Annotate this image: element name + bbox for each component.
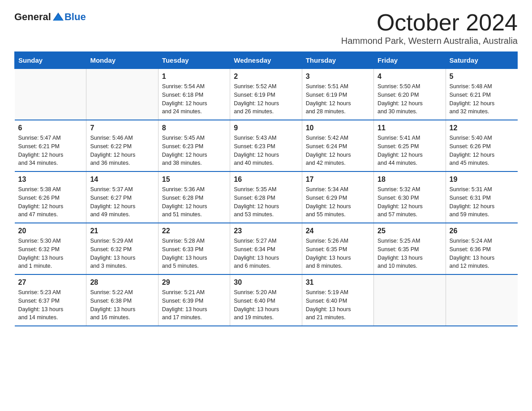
calendar-cell — [86, 69, 158, 120]
calendar-cell: 3Sunrise: 5:51 AMSunset: 6:19 PMDaylight… — [302, 69, 373, 120]
day-number: 27 — [18, 278, 83, 287]
day-detail: Sunrise: 5:45 AMSunset: 6:23 PMDaylight:… — [162, 134, 226, 167]
day-detail: Sunrise: 5:27 AMSunset: 6:34 PMDaylight:… — [234, 237, 298, 270]
day-number: 9 — [234, 124, 298, 132]
col-sunday: Sunday — [15, 52, 86, 69]
logo-icon — [52, 11, 64, 23]
calendar-week-row: 20Sunrise: 5:30 AMSunset: 6:32 PMDayligh… — [15, 223, 518, 274]
day-detail: Sunrise: 5:47 AMSunset: 6:21 PMDaylight:… — [18, 134, 83, 167]
col-tuesday: Tuesday — [158, 52, 230, 69]
calendar-cell — [15, 69, 86, 120]
calendar-cell: 18Sunrise: 5:32 AMSunset: 6:30 PMDayligh… — [374, 171, 446, 223]
day-number: 8 — [162, 124, 226, 132]
day-number: 23 — [234, 227, 298, 235]
day-number: 12 — [450, 124, 514, 132]
col-friday: Friday — [374, 52, 446, 69]
calendar-cell: 12Sunrise: 5:40 AMSunset: 6:26 PMDayligh… — [446, 120, 517, 171]
calendar-cell: 21Sunrise: 5:29 AMSunset: 6:32 PMDayligh… — [86, 223, 158, 274]
calendar-week-row: 1Sunrise: 5:54 AMSunset: 6:18 PMDaylight… — [15, 69, 518, 120]
day-number: 7 — [90, 124, 154, 132]
calendar-cell: 4Sunrise: 5:50 AMSunset: 6:20 PMDaylight… — [374, 69, 446, 120]
calendar-cell: 25Sunrise: 5:25 AMSunset: 6:35 PMDayligh… — [374, 223, 446, 274]
day-detail: Sunrise: 5:30 AMSunset: 6:32 PMDaylight:… — [18, 237, 83, 270]
calendar-week-row: 13Sunrise: 5:38 AMSunset: 6:26 PMDayligh… — [15, 171, 518, 223]
day-detail: Sunrise: 5:50 AMSunset: 6:20 PMDaylight:… — [378, 82, 442, 116]
calendar-cell: 5Sunrise: 5:48 AMSunset: 6:21 PMDaylight… — [446, 69, 517, 120]
calendar-cell: 17Sunrise: 5:34 AMSunset: 6:29 PMDayligh… — [302, 171, 373, 223]
calendar-cell: 19Sunrise: 5:31 AMSunset: 6:31 PMDayligh… — [446, 171, 517, 223]
day-detail: Sunrise: 5:23 AMSunset: 6:37 PMDaylight:… — [18, 288, 83, 322]
day-detail: Sunrise: 5:26 AMSunset: 6:35 PMDaylight:… — [306, 237, 370, 270]
col-thursday: Thursday — [302, 52, 373, 69]
calendar-cell: 7Sunrise: 5:46 AMSunset: 6:22 PMDaylight… — [86, 120, 158, 171]
day-detail: Sunrise: 5:35 AMSunset: 6:28 PMDaylight:… — [234, 185, 298, 219]
day-number: 26 — [450, 227, 514, 235]
day-detail: Sunrise: 5:41 AMSunset: 6:25 PMDaylight:… — [378, 134, 442, 167]
page-subtitle: Hammond Park, Western Australia, Austral… — [14, 36, 518, 46]
day-number: 13 — [18, 176, 83, 184]
day-detail: Sunrise: 5:40 AMSunset: 6:26 PMDaylight:… — [450, 134, 514, 167]
day-number: 28 — [90, 278, 154, 287]
day-number: 18 — [378, 176, 442, 184]
page-header: General Blue October 2024 — [14, 11, 518, 34]
day-number: 1 — [162, 73, 226, 81]
day-detail: Sunrise: 5:20 AMSunset: 6:40 PMDaylight:… — [234, 288, 298, 322]
calendar-week-row: 6Sunrise: 5:47 AMSunset: 6:21 PMDaylight… — [15, 120, 518, 171]
calendar-cell: 16Sunrise: 5:35 AMSunset: 6:28 PMDayligh… — [230, 171, 302, 223]
col-wednesday: Wednesday — [230, 52, 302, 69]
calendar-cell: 10Sunrise: 5:42 AMSunset: 6:24 PMDayligh… — [302, 120, 373, 171]
calendar-cell: 1Sunrise: 5:54 AMSunset: 6:18 PMDaylight… — [158, 69, 230, 120]
day-number: 2 — [234, 73, 298, 81]
day-number: 22 — [162, 227, 226, 235]
day-detail: Sunrise: 5:46 AMSunset: 6:22 PMDaylight:… — [90, 134, 154, 167]
day-number: 6 — [18, 124, 83, 132]
calendar-cell: 13Sunrise: 5:38 AMSunset: 6:26 PMDayligh… — [15, 171, 86, 223]
calendar-cell — [374, 274, 446, 326]
logo-general-text: General — [14, 11, 51, 23]
logo: General Blue — [14, 11, 86, 23]
calendar-header-row: Sunday Monday Tuesday Wednesday Thursday… — [15, 52, 518, 69]
day-detail: Sunrise: 5:43 AMSunset: 6:23 PMDaylight:… — [234, 134, 298, 167]
calendar-cell: 20Sunrise: 5:30 AMSunset: 6:32 PMDayligh… — [15, 223, 86, 274]
calendar-cell: 14Sunrise: 5:37 AMSunset: 6:27 PMDayligh… — [86, 171, 158, 223]
day-number: 11 — [378, 124, 442, 132]
day-number: 15 — [162, 176, 226, 184]
calendar-cell: 8Sunrise: 5:45 AMSunset: 6:23 PMDaylight… — [158, 120, 230, 171]
calendar-cell: 15Sunrise: 5:36 AMSunset: 6:28 PMDayligh… — [158, 171, 230, 223]
day-detail: Sunrise: 5:32 AMSunset: 6:30 PMDaylight:… — [378, 185, 442, 219]
day-number: 4 — [378, 73, 442, 81]
day-detail: Sunrise: 5:38 AMSunset: 6:26 PMDaylight:… — [18, 185, 83, 219]
calendar-cell: 29Sunrise: 5:21 AMSunset: 6:39 PMDayligh… — [158, 274, 230, 326]
day-number: 17 — [306, 176, 370, 184]
calendar-cell: 11Sunrise: 5:41 AMSunset: 6:25 PMDayligh… — [374, 120, 446, 171]
day-detail: Sunrise: 5:34 AMSunset: 6:29 PMDaylight:… — [306, 185, 370, 219]
calendar-cell: 30Sunrise: 5:20 AMSunset: 6:40 PMDayligh… — [230, 274, 302, 326]
day-number: 14 — [90, 176, 154, 184]
calendar-cell: 28Sunrise: 5:22 AMSunset: 6:38 PMDayligh… — [86, 274, 158, 326]
day-detail: Sunrise: 5:51 AMSunset: 6:19 PMDaylight:… — [306, 82, 370, 116]
day-detail: Sunrise: 5:24 AMSunset: 6:36 PMDaylight:… — [450, 237, 514, 270]
day-detail: Sunrise: 5:19 AMSunset: 6:40 PMDaylight:… — [306, 288, 370, 322]
day-number: 5 — [450, 73, 514, 81]
day-number: 21 — [90, 227, 154, 235]
day-detail: Sunrise: 5:36 AMSunset: 6:28 PMDaylight:… — [162, 185, 226, 219]
calendar-table: Sunday Monday Tuesday Wednesday Thursday… — [14, 51, 518, 326]
day-number: 20 — [18, 227, 83, 235]
calendar-week-row: 27Sunrise: 5:23 AMSunset: 6:37 PMDayligh… — [15, 274, 518, 326]
calendar-cell: 2Sunrise: 5:52 AMSunset: 6:19 PMDaylight… — [230, 69, 302, 120]
day-number: 3 — [306, 73, 370, 81]
calendar-cell: 6Sunrise: 5:47 AMSunset: 6:21 PMDaylight… — [15, 120, 86, 171]
day-detail: Sunrise: 5:48 AMSunset: 6:21 PMDaylight:… — [450, 82, 514, 116]
calendar-cell: 27Sunrise: 5:23 AMSunset: 6:37 PMDayligh… — [15, 274, 86, 326]
day-detail: Sunrise: 5:54 AMSunset: 6:18 PMDaylight:… — [162, 82, 226, 116]
page-title: October 2024 — [377, 11, 518, 34]
day-number: 31 — [306, 278, 370, 287]
day-number: 10 — [306, 124, 370, 132]
calendar-cell: 26Sunrise: 5:24 AMSunset: 6:36 PMDayligh… — [446, 223, 517, 274]
calendar-cell: 9Sunrise: 5:43 AMSunset: 6:23 PMDaylight… — [230, 120, 302, 171]
day-number: 19 — [450, 176, 514, 184]
day-detail: Sunrise: 5:52 AMSunset: 6:19 PMDaylight:… — [234, 82, 298, 116]
logo-blue-text: Blue — [64, 11, 86, 23]
day-number: 30 — [234, 278, 298, 287]
day-number: 29 — [162, 278, 226, 287]
